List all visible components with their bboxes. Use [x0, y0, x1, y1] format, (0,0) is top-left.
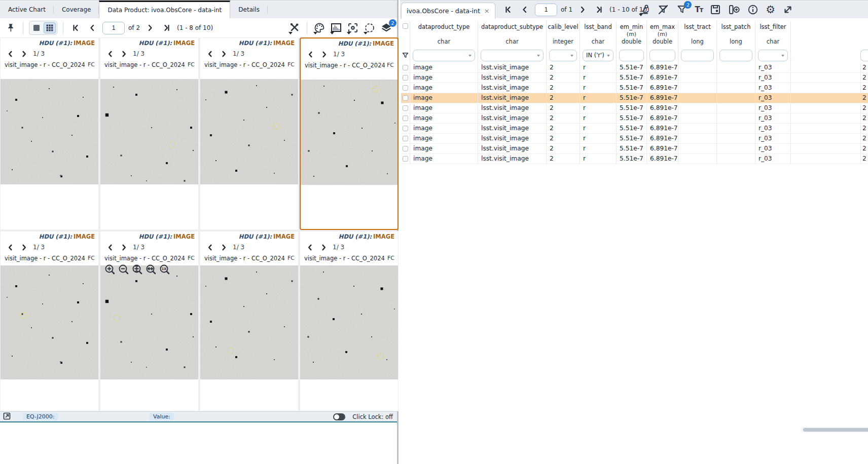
prev-page-icon[interactable]	[86, 21, 99, 34]
next-frame-icon[interactable]	[219, 243, 228, 252]
next-page-icon[interactable]	[576, 3, 589, 16]
fc-label[interactable]: FC	[285, 61, 295, 68]
chevron-down-icon[interactable]	[570, 55, 573, 57]
grid-view-icon[interactable]	[44, 22, 56, 33]
filter-input-lsst_filter[interactable]	[758, 50, 788, 61]
zoom-fit-icon[interactable]	[132, 264, 143, 275]
add-column-icon[interactable]	[728, 3, 740, 16]
table-title-tab[interactable]: ivoa.ObsCore - data-int ×	[401, 3, 495, 19]
image-cell[interactable]: HDU (#1):IMAGE1/ 3visit_image - r - CC_O…	[100, 231, 199, 411]
prev-frame-icon[interactable]	[305, 243, 314, 252]
fits-image[interactable]	[300, 265, 398, 379]
table-row[interactable]: imagelsst.visit_image2r5.51e-76.891e-7r_…	[401, 144, 868, 154]
zoom-out-icon[interactable]	[118, 264, 129, 275]
catalog-marker[interactable]	[169, 141, 175, 148]
prev-frame-icon[interactable]	[205, 243, 214, 252]
row-checkbox[interactable]	[403, 146, 408, 151]
chevron-down-icon[interactable]	[468, 55, 472, 57]
next-frame-icon[interactable]	[319, 243, 328, 252]
fits-image[interactable]	[200, 265, 298, 379]
next-frame-icon[interactable]	[119, 49, 128, 58]
row-checkbox[interactable]	[403, 105, 408, 111]
catalog-marker[interactable]	[228, 347, 234, 354]
fc-label[interactable]: FC	[86, 255, 95, 261]
zoom-1x-icon[interactable]: 1X	[159, 264, 170, 275]
clipped-filter-input[interactable]	[860, 50, 868, 61]
row-checkbox[interactable]	[403, 75, 408, 81]
fc-label[interactable]: FC	[186, 61, 195, 68]
page-number-input[interactable]	[102, 22, 125, 34]
tab-data-product-ivoa-obscore-data-int[interactable]: Data Product: ivoa.ObsCore - data-int	[99, 1, 230, 18]
tab-active-chart[interactable]: Active Chart	[0, 1, 54, 18]
filter-input-lsst_patch[interactable]	[719, 50, 752, 61]
last-page-icon[interactable]	[593, 3, 606, 16]
recenter-icon[interactable]	[346, 21, 359, 34]
column-header-dataproduct_type[interactable]: dataproduct_typechar	[410, 21, 478, 48]
click-lock-toggle[interactable]	[333, 413, 345, 420]
table-row[interactable]: imagelsst.visit_image2r5.51e-76.891e-7r_…	[401, 154, 868, 164]
image-cell[interactable]: HDU (#1):IMAGE1/ 3visit_image - r - CC_O…	[0, 231, 99, 411]
prev-frame-icon[interactable]	[205, 49, 214, 58]
zoom-fill-icon[interactable]	[146, 264, 157, 275]
fc-label[interactable]: FC	[186, 255, 195, 261]
fits-image[interactable]	[1, 79, 98, 184]
table-row[interactable]: imagelsst.visit_image2r5.51e-76.891e-7r_…	[401, 83, 868, 93]
expand-icon[interactable]	[782, 3, 794, 16]
filter-input-calib_level[interactable]	[549, 50, 577, 61]
prev-frame-icon[interactable]	[306, 50, 315, 59]
image-cell[interactable]: HDU (#1):IMAGE1/ 3visit_image - r - CC_O…	[100, 37, 199, 230]
filter-input-lsst_band[interactable]: IN ('r')	[583, 50, 613, 61]
filter-input-em_min[interactable]	[619, 50, 644, 61]
filter-input-em_max[interactable]	[649, 50, 675, 61]
chevron-down-icon[interactable]	[537, 55, 540, 57]
zoom-in-icon[interactable]	[104, 264, 116, 275]
row-checkbox[interactable]	[403, 156, 408, 162]
column-header-em_max[interactable]: em_max(m)double	[647, 21, 678, 48]
image-cell[interactable]: HDU (#1):IMAGE1/ 3visit_image - r - CC_O…	[200, 231, 299, 411]
table-row[interactable]: imagelsst.visit_image2r5.51e-76.891e-7r_…	[401, 93, 868, 103]
column-header-calib_level[interactable]: calib_levelinteger	[547, 21, 580, 48]
prev-frame-icon[interactable]	[6, 243, 15, 252]
row-checkbox[interactable]	[403, 126, 408, 131]
prev-frame-icon[interactable]	[6, 49, 15, 58]
pin-icon[interactable]	[4, 21, 17, 34]
save-icon[interactable]	[709, 3, 721, 16]
next-frame-icon[interactable]	[19, 243, 28, 252]
filter-input-dataproduct_subtype[interactable]	[481, 50, 544, 61]
image-cell[interactable]: HDU (#1):IMAGE1/ 3visit_image - r - CC_O…	[300, 231, 399, 411]
prev-page-icon[interactable]	[518, 3, 531, 16]
table-row[interactable]: imagelsst.visit_image2r5.51e-76.891e-7r_…	[401, 63, 868, 73]
table-row[interactable]: imagelsst.visit_image2r5.51e-76.891e-7r_…	[401, 73, 868, 83]
column-header-lsst_tract[interactable]: lsst_tractlong	[678, 21, 717, 48]
image-cell[interactable]: HDU (#1):IMAGE1/ 3visit_image - r - CC_O…	[0, 37, 99, 230]
close-icon[interactable]: ×	[484, 7, 490, 15]
column-header-dataproduct_subtype[interactable]: dataproduct_subtypechar	[478, 21, 547, 48]
microscope-icon[interactable]	[638, 3, 650, 16]
catalog-marker[interactable]	[113, 315, 120, 321]
row-checkbox[interactable]	[403, 136, 408, 141]
table-page-input[interactable]	[535, 4, 557, 16]
next-frame-icon[interactable]	[319, 50, 329, 59]
column-header-lsst_filter[interactable]: lsst_filterchar	[755, 21, 791, 48]
fc-label[interactable]: FC	[86, 61, 95, 68]
fc-label[interactable]: FC	[285, 255, 295, 261]
info-icon[interactable]	[747, 3, 759, 16]
table-row[interactable]: imagelsst.visit_image2r5.51e-76.891e-7r_…	[401, 103, 868, 113]
tab-details[interactable]: Details	[230, 1, 268, 18]
select-region-icon[interactable]	[363, 21, 376, 34]
next-frame-icon[interactable]	[19, 49, 28, 58]
gear-icon[interactable]: ⚙	[766, 5, 775, 15]
fc-label[interactable]: FC	[385, 62, 394, 68]
tools-icon[interactable]	[288, 21, 301, 34]
horizontal-scrollbar[interactable]	[801, 427, 868, 432]
fits-image[interactable]	[100, 265, 198, 379]
catalog-marker[interactable]	[20, 312, 27, 319]
column-header-lsst_band[interactable]: lsst_bandchar	[580, 21, 617, 48]
filter-input-dataproduct_type[interactable]	[413, 50, 475, 61]
image-cell[interactable]: HDU (#1):IMAGE1/ 3visit_image - r - CC_O…	[300, 37, 399, 230]
filter-input-lsst_tract[interactable]	[681, 50, 714, 61]
single-view-icon[interactable]	[30, 22, 43, 33]
filter-off-icon[interactable]	[657, 3, 669, 16]
table-row[interactable]: imagelsst.visit_image2r5.51e-76.891e-7r_…	[401, 134, 868, 144]
last-page-icon[interactable]	[160, 21, 173, 34]
